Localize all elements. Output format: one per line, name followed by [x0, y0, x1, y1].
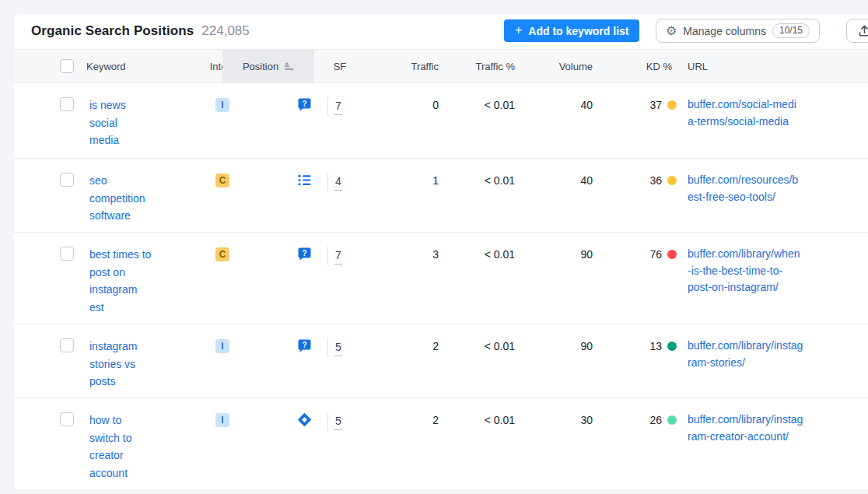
divider — [327, 173, 328, 191]
divider — [327, 97, 328, 116]
page-title: Organic Search Positions — [31, 23, 194, 39]
kd-value: 26 — [649, 412, 662, 429]
column-header-volume[interactable]: Volume — [520, 50, 597, 82]
divider — [327, 412, 328, 431]
keyword-link[interactable]: instagram stories vs posts — [89, 338, 170, 391]
row-checkbox[interactable] — [60, 97, 74, 111]
volume-value: 40 — [520, 83, 597, 114]
kd-difficulty-dot — [667, 176, 677, 185]
row-checkbox[interactable] — [60, 173, 74, 187]
divider — [327, 247, 328, 265]
svg-text:?: ? — [302, 341, 306, 349]
intent-badge: I — [215, 98, 229, 112]
people-also-ask-icon[interactable]: ? — [297, 247, 312, 261]
traffic-value: 3 — [366, 233, 443, 263]
table-row: how to switch to creator account I 5 2 <… — [14, 398, 868, 491]
kd-difficulty-dot — [667, 415, 677, 425]
url-link[interactable]: buffer.com/library/instag ram-creator-ac… — [688, 412, 843, 445]
column-header-traffic[interactable]: Traffic — [366, 50, 443, 82]
url-link[interactable]: buffer.com/resources/b est-free-seo-tool… — [688, 172, 843, 205]
intent-badge: I — [215, 413, 229, 427]
url-link[interactable]: buffer.com/library/when -is-the-best-tim… — [688, 246, 843, 296]
row-checkbox[interactable] — [60, 412, 74, 426]
export-button[interactable] — [846, 19, 868, 43]
list-icon[interactable] — [297, 173, 312, 187]
position-value[interactable]: 5 — [334, 413, 342, 430]
table-row: is news social media I ? 7 0 < 0.01 40 3… — [14, 83, 868, 159]
position-value[interactable]: 7 — [334, 247, 342, 265]
svg-text:?: ? — [302, 249, 306, 258]
table-row: best times to post on instagram est C ? … — [14, 233, 868, 324]
column-header-sf[interactable]: SF — [314, 50, 366, 82]
kd-value: 76 — [649, 246, 662, 263]
volume-value: 40 — [520, 159, 597, 189]
traffic-pct-value: < 0.01 — [443, 159, 520, 189]
kd-value: 13 — [649, 338, 662, 355]
table-header-row: Keyword Intent Position SF Traffic Traff… — [14, 49, 868, 83]
traffic-value: 2 — [366, 398, 443, 429]
column-header-url[interactable]: URL — [677, 50, 868, 82]
keyword-link[interactable]: is news social media — [89, 96, 170, 149]
table-body: is news social media I ? 7 0 < 0.01 40 3… — [14, 83, 868, 491]
people-also-ask-icon[interactable]: ? — [297, 338, 312, 353]
volume-value: 90 — [520, 233, 597, 263]
manage-columns-button[interactable]: ⚙ Manage columns 10/15 — [656, 19, 820, 43]
panel-header: Organic Search Positions 224,085 + Add t… — [14, 14, 868, 49]
kd-difficulty-dot — [667, 100, 677, 110]
row-checkbox[interactable] — [60, 247, 74, 261]
instant-answer-icon[interactable] — [297, 412, 312, 427]
add-to-keyword-list-button[interactable]: + Add to keyword list — [504, 19, 639, 42]
column-header-traffic-pct[interactable]: Traffic % — [443, 50, 520, 82]
column-header-position[interactable]: Position — [244, 50, 314, 82]
plus-icon: + — [515, 24, 522, 37]
header-spacer — [14, 50, 53, 82]
volume-value: 30 — [520, 398, 597, 429]
kd-difficulty-dot — [667, 250, 677, 259]
table-row: seo competition software C 4 1 < 0.01 40… — [14, 159, 868, 233]
people-also-ask-icon[interactable]: ? — [297, 97, 312, 112]
intent-badge: I — [215, 339, 229, 353]
intent-badge: C — [215, 247, 229, 261]
volume-value: 90 — [520, 324, 597, 355]
export-icon — [858, 24, 868, 37]
position-value[interactable]: 7 — [334, 98, 342, 115]
intent-badge: C — [215, 173, 229, 187]
column-header-keyword[interactable]: Keyword — [81, 50, 201, 82]
url-link[interactable]: buffer.com/social-medi a-terms/social-me… — [688, 96, 843, 130]
traffic-value: 2 — [366, 324, 443, 355]
position-value[interactable]: 5 — [334, 339, 342, 356]
traffic-pct-value: < 0.01 — [443, 324, 520, 355]
url-link[interactable]: buffer.com/library/instag ram-stories/ — [688, 338, 843, 371]
table-row: instagram stories vs posts I ? 5 2 < 0.0… — [14, 324, 868, 398]
kd-difficulty-dot — [667, 342, 677, 351]
column-header-kd[interactable]: KD % — [597, 50, 677, 82]
svg-text:?: ? — [302, 100, 306, 108]
gear-icon: ⚙ — [666, 25, 677, 37]
kd-value: 36 — [649, 172, 662, 189]
keyword-link[interactable]: seo competition software — [89, 172, 170, 225]
row-checkbox[interactable] — [60, 338, 74, 352]
traffic-value: 1 — [366, 159, 443, 189]
traffic-value: 0 — [366, 83, 443, 114]
organic-search-positions-panel: Organic Search Positions 224,085 + Add t… — [14, 14, 868, 492]
traffic-pct-value: < 0.01 — [443, 83, 520, 114]
columns-count-badge: 10/15 — [772, 23, 810, 38]
divider — [327, 338, 328, 357]
select-all-checkbox[interactable] — [60, 59, 74, 73]
sort-ascending-icon — [284, 62, 294, 71]
kd-value: 37 — [649, 96, 662, 114]
results-count: 224,085 — [201, 23, 249, 39]
traffic-pct-value: < 0.01 — [443, 233, 520, 263]
keyword-link[interactable]: how to switch to creator account — [89, 412, 170, 482]
keyword-link[interactable]: best times to post on instagram est — [89, 246, 170, 316]
position-value[interactable]: 4 — [334, 173, 342, 191]
traffic-pct-value: < 0.01 — [443, 398, 520, 429]
